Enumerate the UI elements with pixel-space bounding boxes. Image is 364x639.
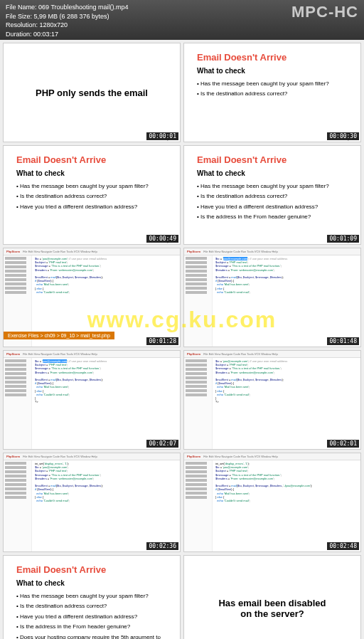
timecode: 00:02:01	[327, 440, 359, 448]
thumbnail-6[interactable]: PhpStormFile Edit View Navigate Code Run…	[183, 248, 361, 347]
slide-title: Email Doesn't Arrive	[16, 154, 167, 165]
breadcrumb-path: Exercise Files > ch09 > 09_10 > mail_tes…	[4, 332, 114, 339]
thumbnail-11[interactable]: Email Doesn't Arrive What to check Has t…	[3, 555, 181, 639]
thumbnail-1[interactable]: PHP only sends the email lynda 00:00:01	[3, 43, 181, 142]
slide-title: Email Doesn't Arrive	[197, 52, 348, 63]
thumbnail-2[interactable]: Email Doesn't Arrive What to check Has t…	[183, 43, 361, 142]
timecode: 00:00:49	[146, 235, 178, 243]
slide-list: Has the message been caught by your spam…	[16, 591, 167, 639]
thumbnail-10[interactable]: PhpStormFile Edit View Navigate Code Run…	[183, 453, 361, 552]
ide-menubar: PhpStormFile Edit View Navigate Code Run…	[4, 248, 180, 255]
slide-text: PHP only sends the email	[36, 88, 148, 98]
timecode: 00:00:01	[146, 132, 178, 140]
slide-subtitle: What to check	[16, 169, 167, 177]
slide-list: Has the message been caught by your spam…	[16, 181, 167, 212]
slide-list: Has the message been caught by your spam…	[197, 181, 348, 223]
slide-text: Has email been disabled on the server?	[218, 598, 326, 619]
ide-editor: $to = 'you@example.com'; // use your own…	[213, 255, 360, 347]
timecode: 00:02:48	[327, 542, 359, 550]
thumbnail-12[interactable]: Has email been disabled on the server? l…	[183, 555, 361, 639]
thumbnail-8[interactable]: PhpStormFile Edit View Navigate Code Run…	[183, 350, 361, 450]
ide-editor: $to = 'you@example.com'; // use your own…	[32, 358, 180, 449]
ide-editor: ini_set('display_errors', '1'); $to = 'y…	[32, 460, 180, 551]
ide-menubar: PhpStormFile Edit View Navigate Code Run…	[184, 351, 360, 358]
timecode: 00:02:36	[146, 542, 178, 550]
thumbnail-7[interactable]: PhpStormFile Edit View Navigate Code Run…	[3, 350, 181, 450]
thumbnail-9[interactable]: PhpStormFile Edit View Navigate Code Run…	[3, 453, 181, 552]
ide-sidebar	[4, 358, 32, 449]
timecode: 00:01:48	[327, 337, 359, 345]
player-header: File Name: 069 Troubleshooting mail().mp…	[0, 0, 364, 40]
ide-menubar: PhpStormFile Edit View Navigate Code Run…	[4, 453, 180, 460]
timecode: 00:01:28	[146, 337, 178, 345]
slide-subtitle: What to check	[16, 579, 167, 587]
ide-sidebar	[4, 460, 32, 551]
thumbnail-3[interactable]: Email Doesn't Arrive What to check Has t…	[3, 145, 181, 245]
slide-list: Has the message been caught by your spam…	[197, 79, 348, 100]
slide-title: Email Doesn't Arrive	[197, 154, 348, 165]
ide-sidebar	[184, 358, 213, 449]
thumbnail-4[interactable]: Email Doesn't Arrive What to check Has t…	[183, 145, 361, 245]
ide-sidebar	[184, 255, 213, 347]
slide-subtitle: What to check	[197, 169, 348, 177]
slide-subtitle: What to check	[197, 67, 348, 75]
ide-menubar: PhpStormFile Edit View Navigate Code Run…	[4, 351, 180, 358]
timecode: 00:00:30	[327, 132, 359, 140]
ide-sidebar	[184, 460, 213, 551]
ide-menubar: PhpStormFile Edit View Navigate Code Run…	[184, 453, 360, 460]
ide-editor: $to = 'you@example.com'; // use your own…	[213, 358, 360, 449]
slide-title: Email Doesn't Arrive	[16, 564, 167, 575]
thumbnail-grid: PHP only sends the email lynda 00:00:01 …	[0, 40, 364, 639]
file-meta: File Name: 069 Troubleshooting mail().mp…	[6, 3, 129, 37]
thumbnail-5[interactable]: PhpStormFile Edit View Navigate Code Run…	[3, 248, 181, 347]
timecode: 00:02:07	[146, 440, 178, 448]
timecode: 00:01:09	[327, 235, 359, 243]
ide-menubar: PhpStormFile Edit View Navigate Code Run…	[184, 248, 360, 255]
player-name: MPC-HC	[291, 3, 358, 21]
ide-editor: ini_set('display_errors', '1'); $to = 'y…	[213, 460, 360, 551]
